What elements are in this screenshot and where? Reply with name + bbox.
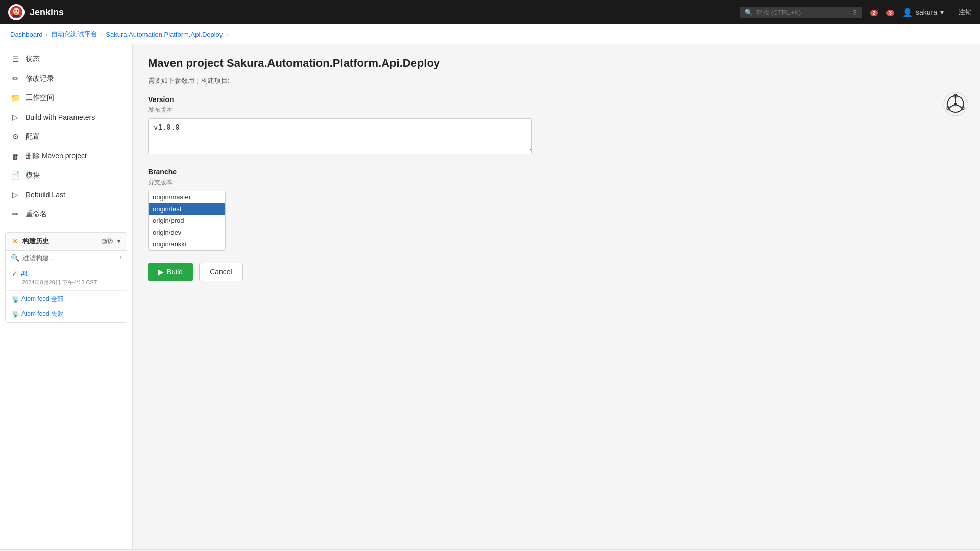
- branch-section: Branche 分支版本 origin/master origin/test o…: [148, 168, 965, 251]
- sidebar-label-workspace: 工作空间: [26, 93, 54, 103]
- notifications-count: 2: [870, 10, 878, 16]
- atom-feed-fail-label: Atom feed 失败: [21, 310, 63, 318]
- changelog-icon: ✏: [10, 74, 20, 83]
- delete-icon: 🗑: [10, 152, 20, 161]
- branch-option-master[interactable]: origin/master: [149, 191, 225, 203]
- rss-fail-icon: 📡: [12, 311, 19, 318]
- security-button[interactable]: 3: [886, 8, 894, 16]
- breadcrumb: Dashboard › 自动化测试平台 › Sakura.Automation.…: [0, 24, 980, 44]
- branch-option-ankki[interactable]: origin/ankki: [149, 238, 225, 250]
- subtitle: 需要如下参数用于构建项目:: [148, 76, 965, 85]
- build-play-icon: ▶: [158, 268, 164, 276]
- breadcrumb-item-dashboard[interactable]: Dashboard: [10, 31, 43, 38]
- build-item-top: ✓ #1: [12, 269, 120, 278]
- filter-input[interactable]: [22, 254, 117, 262]
- breadcrumb-sep-1: ›: [46, 31, 48, 38]
- notifications-button[interactable]: 2: [870, 8, 878, 16]
- action-buttons: ▶ Build Cancel: [148, 263, 965, 281]
- sidebar-item-rename[interactable]: ✏ 重命名: [0, 205, 132, 224]
- breadcrumb-sep-2: ›: [101, 31, 103, 38]
- sidebar-item-build-with-params[interactable]: ▷ Build with Parameters: [0, 108, 132, 127]
- build-params-icon: ▷: [10, 113, 20, 122]
- user-menu[interactable]: 👤 sakura ▾: [902, 8, 944, 17]
- page-title: Maven project Sakura.Automation.Platform…: [148, 57, 965, 70]
- svg-rect-4: [13, 15, 19, 17]
- sidebar-label-rename: 重命名: [26, 210, 47, 219]
- sidebar-item-status[interactable]: ☰ 状态: [0, 49, 132, 69]
- version-sublabel: 发布版本: [148, 106, 965, 114]
- trend-chevron-icon: ▾: [117, 238, 120, 245]
- branch-option-prod[interactable]: origin/prod: [149, 215, 225, 227]
- jenkins-logo-svg: [9, 5, 23, 19]
- jenkins-brand: Jenkins: [30, 7, 64, 18]
- build-history-section: ☀ 构建历史 趋势 ▾ 🔍 / ✓ #1: [0, 232, 132, 323]
- config-icon: ⚙: [10, 132, 20, 141]
- filter-search-icon: 🔍: [11, 254, 19, 262]
- svg-point-2: [14, 10, 16, 12]
- build-history-actions[interactable]: 趋势 ▾: [101, 237, 120, 246]
- cancel-button[interactable]: Cancel: [199, 263, 243, 281]
- build-history-label: 构建历史: [22, 237, 49, 246]
- rebuild-icon: ▷: [10, 190, 20, 199]
- build-button[interactable]: ▶ Build: [148, 263, 193, 281]
- build-time: 2024年8月20日 下午4:13 CST: [22, 279, 120, 286]
- user-chevron-icon: ▾: [940, 8, 944, 16]
- search-box[interactable]: 🔍 ?: [740, 7, 862, 18]
- version-label: Version: [148, 95, 965, 104]
- svg-point-6: [954, 103, 957, 106]
- filter-shortcut: /: [120, 254, 121, 261]
- workspace-icon: 📁: [10, 93, 20, 103]
- logout-button[interactable]: 注销: [952, 8, 972, 17]
- sidebar: ☰ 状态 ✏ 修改记录 📁 工作空间 ▷ Build with Paramete…: [0, 44, 133, 549]
- build-item: ✓ #1 2024年8月20日 下午4:13 CST: [6, 265, 127, 291]
- sun-icon: ☀: [12, 237, 18, 245]
- sidebar-label-changelog: 修改记录: [26, 74, 54, 83]
- version-textarea[interactable]: v1.0.0: [148, 118, 532, 154]
- navbar-left: Jenkins: [8, 4, 64, 20]
- branch-label: Branche: [148, 168, 965, 176]
- sidebar-item-rebuild-last[interactable]: ▷ Rebuild Last: [0, 185, 132, 205]
- sidebar-item-modules[interactable]: 📄 模块: [0, 166, 132, 185]
- sidebar-label-modules: 模块: [26, 171, 40, 180]
- feed-links: 📡 Atom feed 全部 📡 Atom feed 失败: [6, 291, 127, 322]
- jenkins-logo: [8, 4, 24, 20]
- user-icon: 👤: [902, 8, 913, 17]
- sidebar-label-delete-maven: 删除 Maven project: [26, 152, 87, 161]
- sidebar-item-changelog[interactable]: ✏ 修改记录: [0, 69, 132, 88]
- sidebar-label-status: 状态: [26, 55, 40, 64]
- build-history-title: ☀ 构建历史: [12, 237, 49, 246]
- security-count: 3: [886, 10, 894, 16]
- branch-select[interactable]: origin/master origin/test origin/prod or…: [148, 191, 226, 251]
- rename-icon: ✏: [10, 210, 20, 219]
- branch-sublabel: 分支版本: [148, 178, 965, 187]
- build-history-panel: ☀ 构建历史 趋势 ▾ 🔍 / ✓ #1: [5, 232, 127, 323]
- search-icon: 🔍: [745, 9, 753, 16]
- svg-point-3: [17, 10, 18, 12]
- atom-feed-all-label: Atom feed 全部: [21, 295, 63, 304]
- sidebar-item-config[interactable]: ⚙ 配置: [0, 127, 132, 146]
- navbar: Jenkins 🔍 ? 2 3 👤 sakura ▾ 注销: [0, 0, 980, 24]
- sidebar-item-workspace[interactable]: 📁 工作空间: [0, 88, 132, 108]
- triskel-icon[interactable]: [943, 92, 968, 116]
- atom-feed-all-link[interactable]: 📡 Atom feed 全部: [12, 295, 63, 304]
- build-button-label: Build: [167, 268, 183, 276]
- breadcrumb-item-platform[interactable]: 自动化测试平台: [51, 30, 97, 39]
- search-input[interactable]: [756, 9, 850, 16]
- branch-option-test[interactable]: origin/test: [149, 203, 225, 215]
- sidebar-item-delete-maven[interactable]: 🗑 删除 Maven project: [0, 146, 132, 166]
- layout: ☰ 状态 ✏ 修改记录 📁 工作空间 ▷ Build with Paramete…: [0, 44, 980, 549]
- modules-icon: 📄: [10, 171, 20, 180]
- sidebar-label-config: 配置: [26, 132, 40, 141]
- build-history-header: ☀ 构建历史 趋势 ▾: [6, 233, 127, 251]
- breadcrumb-sep-3: ›: [226, 31, 228, 38]
- search-help-icon[interactable]: ?: [853, 9, 857, 16]
- breadcrumb-item-project[interactable]: Sakura.Automation.Platform.Api.Deploy: [106, 31, 223, 38]
- branch-option-dev[interactable]: origin/dev: [149, 227, 225, 238]
- atom-feed-fail-link[interactable]: 📡 Atom feed 失败: [12, 310, 63, 318]
- filter-input-wrap[interactable]: 🔍 /: [6, 251, 127, 265]
- sidebar-label-build-with-params: Build with Parameters: [26, 113, 95, 121]
- build-link[interactable]: #1: [21, 270, 28, 278]
- navbar-right: 🔍 ? 2 3 👤 sakura ▾ 注销: [740, 7, 972, 18]
- version-section: Version 发布版本 v1.0.0: [148, 95, 965, 156]
- sidebar-label-rebuild-last: Rebuild Last: [26, 191, 65, 199]
